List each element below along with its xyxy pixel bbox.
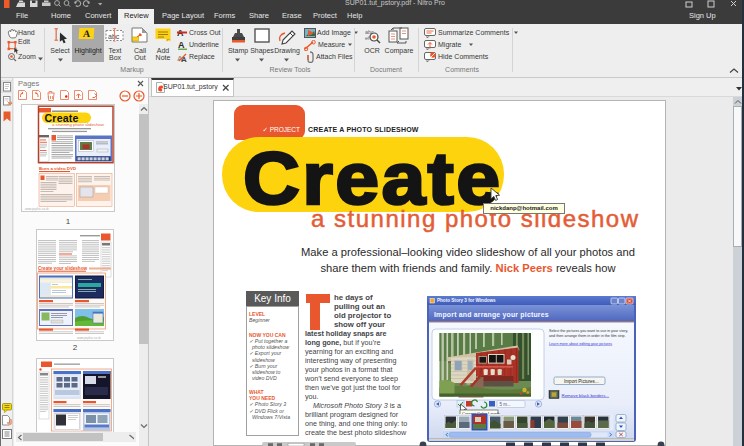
svg-text:www.pcplus.co.uk: www.pcplus.co.uk (77, 336, 101, 340)
svg-text:Import Pictures...: Import Pictures... (564, 379, 599, 384)
svg-text:Create your slideshow: Create your slideshow (38, 266, 87, 271)
svg-text:Remove black borders...: Remove black borders... (562, 393, 610, 398)
svg-text:Import and arrange your pictur: Import and arrange your pictures (434, 311, 549, 319)
svg-text:www.pcplus.co.uk: www.pcplus.co.uk (25, 206, 49, 210)
svg-text:abc: abc (108, 33, 120, 40)
svg-text:Photo Story 3 for Windows: Photo Story 3 for Windows (437, 298, 496, 303)
svg-text:5 m...: 5 m... (500, 402, 511, 407)
svg-text:Learn more about editing your: Learn more about editing your pictures (549, 342, 612, 346)
svg-text:Burn a video DVD: Burn a video DVD (39, 165, 76, 170)
svg-text:Select the pictures you want t: Select the pictures you want to use in y… (549, 329, 628, 333)
svg-text:a stunning photo slideshow: a stunning photo slideshow (52, 122, 105, 127)
svg-text:and then arrange them in order: and then arrange them in order in the fi… (549, 334, 626, 338)
svg-text:ef: ef (365, 35, 370, 41)
